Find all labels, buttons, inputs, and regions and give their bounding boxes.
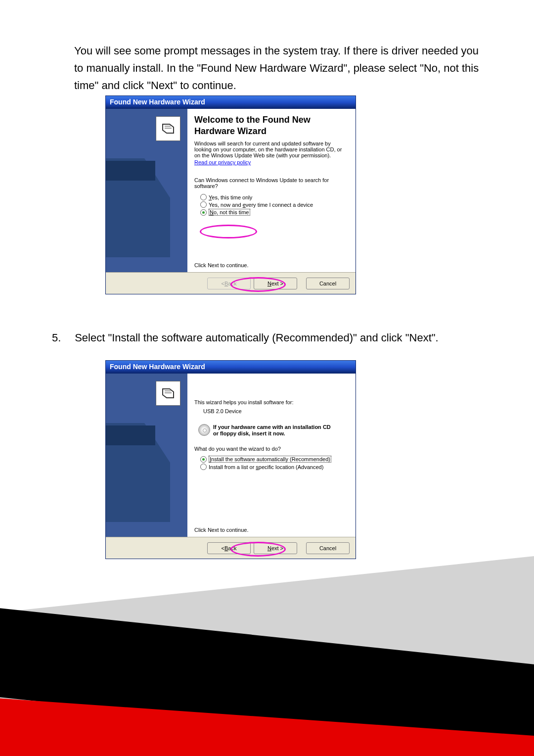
wizard2-titlebar: Found New Hardware Wizard (106, 361, 356, 374)
wizard1-body: Welcome to the Found New Hardware Wizard… (106, 109, 356, 272)
cd-icon (198, 424, 210, 436)
wizard2-footer: < Back Next > Cancel (106, 537, 356, 559)
radio-no-not-this-time[interactable]: No, not this time (200, 209, 347, 216)
hardware-icon (156, 381, 180, 406)
wizard-dialog-1: Found New Hardware Wizard Welcome to the… (105, 95, 356, 294)
wizard2-sidebar (106, 374, 187, 537)
next-button[interactable]: Next > (254, 278, 297, 289)
radio-yes-this-time[interactable]: Yes, this time only (200, 194, 347, 200)
privacy-link[interactable]: Read our privacy policy (194, 159, 347, 165)
step5-number: 5. (52, 331, 72, 344)
back-button: < Back (207, 278, 251, 289)
radio-icon (200, 201, 207, 208)
wizard1-heading: Welcome to the Found New (194, 115, 347, 125)
wizard1-footer: < Back Next > Cancel (106, 272, 356, 294)
next-button[interactable]: Next > (254, 542, 297, 554)
click-next-label: Click Next to continue. (194, 527, 248, 533)
wizard1-para: Windows will search for current and upda… (194, 141, 347, 158)
device-label: USB 2.0 Device (203, 408, 347, 414)
document-page: You will see some prompt messages in the… (0, 0, 534, 756)
step5: 5. Select "Install the software automati… (52, 331, 480, 344)
click-next-label: Click Next to continue. (194, 262, 248, 268)
back-button[interactable]: < Back (207, 542, 251, 554)
radio-icon (200, 464, 207, 470)
radio-install-auto[interactable]: Install the software automatically (Reco… (200, 456, 347, 463)
hardware-icon (156, 116, 180, 141)
cancel-button[interactable]: Cancel (306, 278, 350, 289)
radio-icon (200, 194, 207, 200)
wizard1-sidebar (106, 109, 187, 272)
wizard2-para: This wizard helps you install software f… (194, 399, 347, 405)
radio-yes-every-time[interactable]: Yes, now and every time I connect a devi… (200, 201, 347, 208)
wizard2-content: This wizard helps you install software f… (187, 374, 356, 537)
wizard-dialog-2: Found New Hardware Wizard This wizard he… (105, 360, 356, 559)
radio-install-advanced[interactable]: Install from a list or specific location… (200, 464, 347, 470)
wizard1-heading-2: Hardware Wizard (194, 126, 347, 137)
step5-text: Select "Install the software automatical… (75, 331, 439, 344)
wizard1-content: Welcome to the Found New Hardware Wizard… (187, 109, 356, 272)
wizard2-question: What do you want the wizard to do? (194, 446, 347, 452)
intro-paragraph: You will see some prompt messages in the… (74, 42, 480, 94)
radio-icon (200, 456, 207, 463)
wizard2-body: This wizard helps you install software f… (106, 374, 356, 537)
cancel-button[interactable]: Cancel (306, 542, 350, 554)
radio-icon (200, 209, 207, 216)
wizard1-titlebar: Found New Hardware Wizard (106, 96, 356, 109)
cd-hint: If your hardware came with an installati… (198, 424, 347, 437)
wizard1-question: Can Windows connect to Windows Update to… (194, 177, 347, 189)
